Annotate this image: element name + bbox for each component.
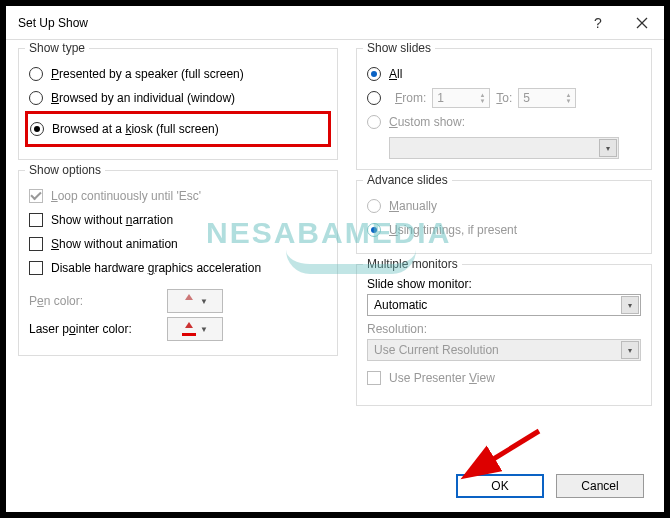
check-no-animation[interactable] xyxy=(29,237,43,251)
cancel-button[interactable]: Cancel xyxy=(556,474,644,498)
radio-timings-row: Using timings, if present xyxy=(367,219,641,241)
dialog-footer: OK Cancel xyxy=(456,474,644,498)
highlight-kiosk: Browsed at a kiosk (full screen) xyxy=(25,111,331,147)
svg-line-2 xyxy=(469,431,539,474)
pen-color-button[interactable]: ▼ xyxy=(167,289,223,313)
laser-color-icon xyxy=(182,322,196,336)
radio-timings xyxy=(367,223,381,237)
check-hw-row[interactable]: Disable hardware graphics acceleration xyxy=(29,257,327,279)
check-animation-row[interactable]: Show without animation xyxy=(29,233,327,255)
group-title-advance: Advance slides xyxy=(363,173,452,187)
radio-browsed-individual[interactable] xyxy=(29,91,43,105)
check-narration-row[interactable]: Show without narration xyxy=(29,209,327,231)
titlebar: Set Up Show ? xyxy=(6,6,664,40)
to-spinner[interactable]: 5 ▲▼ xyxy=(518,88,576,108)
radio-presented-label: Presented by a speaker (full screen) xyxy=(51,67,244,81)
group-advance-slides: Advance slides Manually Using timings, i… xyxy=(356,180,652,254)
close-button[interactable] xyxy=(620,6,664,40)
radio-browsed-kiosk-label: Browsed at a kiosk (full screen) xyxy=(52,122,219,136)
resolution-value: Use Current Resolution xyxy=(374,343,499,357)
radio-presented-row[interactable]: Presented by a speaker (full screen) xyxy=(29,63,327,85)
check-loop-row: Loop continuously until 'Esc' xyxy=(29,185,327,207)
check-disable-hw-label: Disable hardware graphics acceleration xyxy=(51,261,261,275)
chevron-down-icon: ▼ xyxy=(200,297,208,306)
ok-button-label: OK xyxy=(491,479,508,493)
radio-browsed-kiosk[interactable] xyxy=(30,122,44,136)
laser-color-button[interactable]: ▼ xyxy=(167,317,223,341)
help-button[interactable]: ? xyxy=(576,6,620,40)
cancel-button-label: Cancel xyxy=(581,479,618,493)
radio-custom-label: Custom show: xyxy=(389,115,465,129)
group-title-show-options: Show options xyxy=(25,163,105,177)
custom-show-combo: ▾ xyxy=(389,137,619,159)
to-label: To: xyxy=(496,91,512,105)
radio-from-label: From: xyxy=(395,91,426,105)
check-presenter-label: Use Presenter View xyxy=(389,371,495,385)
check-no-narration-label: Show without narration xyxy=(51,213,173,227)
to-value: 5 xyxy=(523,91,530,105)
radio-custom-show xyxy=(367,115,381,129)
radio-all[interactable] xyxy=(367,67,381,81)
radio-all-row[interactable]: All xyxy=(367,63,641,85)
radio-manually-label: Manually xyxy=(389,199,437,213)
resolution-label: Resolution: xyxy=(367,322,641,336)
setup-show-dialog: Set Up Show ? Show type Presented by a s… xyxy=(0,0,670,518)
radio-browsed-individual-row[interactable]: Browsed by an individual (window) xyxy=(29,87,327,109)
check-no-animation-label: Show without animation xyxy=(51,237,178,251)
radio-manually-row: Manually xyxy=(367,195,641,217)
pen-color-icon xyxy=(182,294,196,308)
group-show-options: Show options Loop continuously until 'Es… xyxy=(18,170,338,356)
radio-timings-label: Using timings, if present xyxy=(389,223,517,237)
close-icon xyxy=(636,17,648,29)
group-show-slides: Show slides All From: 1 ▲▼ To: 5 ▲▼ xyxy=(356,48,652,170)
check-no-narration[interactable] xyxy=(29,213,43,227)
laser-color-label: Laser pointer color: xyxy=(29,322,159,336)
radio-custom-row: Custom show: xyxy=(367,111,641,133)
radio-browsed-individual-label: Browsed by an individual (window) xyxy=(51,91,235,105)
radio-from-row[interactable]: From: 1 ▲▼ To: 5 ▲▼ xyxy=(367,87,641,109)
dialog-title: Set Up Show xyxy=(18,16,576,30)
group-title-monitors: Multiple monitors xyxy=(363,257,462,271)
monitor-value: Automatic xyxy=(374,298,427,312)
group-multiple-monitors: Multiple monitors Slide show monitor: Au… xyxy=(356,264,652,406)
check-loop-label: Loop continuously until 'Esc' xyxy=(51,189,201,203)
group-title-show-slides: Show slides xyxy=(363,41,435,55)
radio-from[interactable] xyxy=(367,91,381,105)
resolution-combo: Use Current Resolution ▾ xyxy=(367,339,641,361)
from-spinner[interactable]: 1 ▲▼ xyxy=(432,88,490,108)
group-title-show-type: Show type xyxy=(25,41,89,55)
from-value: 1 xyxy=(437,91,444,105)
check-loop xyxy=(29,189,43,203)
monitor-combo[interactable]: Automatic ▾ xyxy=(367,294,641,316)
check-presenter-view xyxy=(367,371,381,385)
radio-presented[interactable] xyxy=(29,67,43,81)
check-disable-hw[interactable] xyxy=(29,261,43,275)
radio-all-label: All xyxy=(389,67,402,81)
chevron-down-icon: ▾ xyxy=(621,296,639,314)
ok-button[interactable]: OK xyxy=(456,474,544,498)
chevron-down-icon: ▾ xyxy=(621,341,639,359)
monitor-label: Slide show monitor: xyxy=(367,277,641,291)
check-presenter-row: Use Presenter View xyxy=(367,367,641,389)
radio-manually xyxy=(367,199,381,213)
pen-color-label: Pen color: xyxy=(29,294,159,308)
chevron-down-icon: ▼ xyxy=(200,325,208,334)
radio-browsed-kiosk-row[interactable]: Browsed at a kiosk (full screen) xyxy=(30,118,326,140)
group-show-type: Show type Presented by a speaker (full s… xyxy=(18,48,338,160)
